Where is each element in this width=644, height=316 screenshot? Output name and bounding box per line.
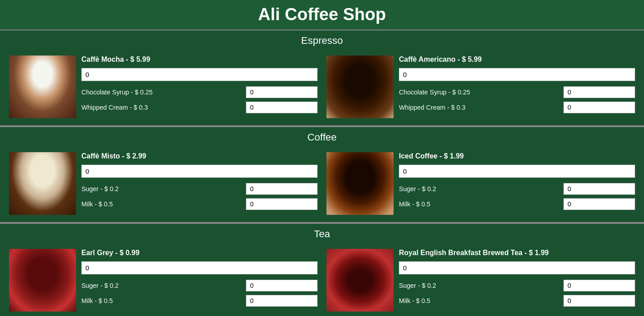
addon-row-caffe-mocha-0: Chocolate Syrup - $ 0.25 <box>81 86 318 98</box>
addon-label-caffe-mocha-0: Chocolate Syrup - $ 0.25 <box>81 89 242 96</box>
qty-input-iced-coffee[interactable] <box>399 165 635 178</box>
category-header-espresso: Espresso <box>0 30 644 50</box>
addon-label-iced-coffee-0: Suger - $ 0.2 <box>399 185 560 192</box>
addon-row-caffe-americano-0: Chocolate Syrup - $ 0.25 <box>399 86 635 98</box>
addon-row-royal-english-0: Suger - $ 0.2 <box>399 280 635 291</box>
item-image-iced-coffee <box>326 152 394 215</box>
category-section-coffee: CoffeeCaffè Misto - $ 2.99Suger - $ 0.2M… <box>0 126 644 223</box>
page-title: Ali Coffee Shop <box>0 0 644 30</box>
addon-label-royal-english-0: Suger - $ 0.2 <box>399 282 560 289</box>
item-card-earl-grey: Earl Grey - $ 0.99Suger - $ 0.2Milk - $ … <box>4 249 322 312</box>
category-section-espresso: EspressoCaffè Mocha - $ 5.99Chocolate Sy… <box>0 30 644 126</box>
item-image-caffe-misto <box>9 152 76 215</box>
addon-row-caffe-misto-0: Suger - $ 0.2 <box>81 183 318 195</box>
item-image-caffe-americano <box>326 56 394 118</box>
item-name-caffe-misto: Caffè Misto - $ 2.99 <box>81 152 318 160</box>
item-details-caffe-mocha: Caffè Mocha - $ 5.99Chocolate Syrup - $ … <box>81 56 318 118</box>
addon-input-earl-grey-1[interactable] <box>246 295 318 307</box>
item-card-caffe-mocha: Caffè Mocha - $ 5.99Chocolate Syrup - $ … <box>4 56 322 118</box>
addon-input-caffe-misto-0[interactable] <box>246 183 318 195</box>
item-details-caffe-americano: Caffè Americano - $ 5.99Chocolate Syrup … <box>399 56 635 118</box>
addon-input-caffe-mocha-1[interactable] <box>246 102 318 113</box>
item-card-iced-coffee: Iced Coffee - $ 1.99Suger - $ 0.2Milk - … <box>322 152 640 215</box>
item-details-earl-grey: Earl Grey - $ 0.99Suger - $ 0.2Milk - $ … <box>81 249 318 312</box>
item-card-royal-english: Royal English Breakfast Brewed Tea - $ 1… <box>322 249 640 312</box>
addon-row-iced-coffee-0: Suger - $ 0.2 <box>399 183 635 195</box>
qty-input-caffe-misto[interactable] <box>81 165 318 178</box>
item-image-royal-english <box>326 249 394 312</box>
qty-input-royal-english[interactable] <box>399 261 635 274</box>
category-header-tea: Tea <box>0 224 644 243</box>
category-header-coffee: Coffee <box>0 127 644 147</box>
addon-label-caffe-americano-0: Chocolate Syrup - $ 0.25 <box>399 89 560 96</box>
addon-label-earl-grey-1: Milk - $ 0.5 <box>81 297 242 304</box>
qty-input-earl-grey[interactable] <box>81 261 318 274</box>
addon-row-earl-grey-0: Suger - $ 0.2 <box>81 280 318 291</box>
addon-input-caffe-americano-1[interactable] <box>564 102 635 113</box>
item-details-iced-coffee: Iced Coffee - $ 1.99Suger - $ 0.2Milk - … <box>399 152 635 215</box>
addon-row-iced-coffee-1: Milk - $ 0.5 <box>399 198 635 210</box>
addon-label-caffe-misto-0: Suger - $ 0.2 <box>81 185 242 192</box>
addon-input-iced-coffee-0[interactable] <box>564 183 635 195</box>
addon-input-royal-english-1[interactable] <box>564 295 635 307</box>
addon-label-royal-english-1: Milk - $ 0.5 <box>399 297 560 304</box>
item-name-caffe-americano: Caffè Americano - $ 5.99 <box>399 56 635 64</box>
addon-row-caffe-misto-1: Milk - $ 0.5 <box>81 198 318 210</box>
category-items-espresso: Caffè Mocha - $ 5.99Chocolate Syrup - $ … <box>0 50 644 125</box>
item-name-iced-coffee: Iced Coffee - $ 1.99 <box>399 152 635 160</box>
addon-label-caffe-mocha-1: Whipped Cream - $ 0.3 <box>81 104 242 111</box>
item-image-caffe-mocha <box>9 56 76 118</box>
addon-row-royal-english-1: Milk - $ 0.5 <box>399 295 635 307</box>
addon-input-earl-grey-0[interactable] <box>246 280 318 291</box>
qty-input-caffe-mocha[interactable] <box>81 68 318 81</box>
addon-input-iced-coffee-1[interactable] <box>564 198 635 210</box>
item-name-earl-grey: Earl Grey - $ 0.99 <box>81 249 318 257</box>
addon-label-caffe-misto-1: Milk - $ 0.5 <box>81 201 242 208</box>
item-details-caffe-misto: Caffè Misto - $ 2.99Suger - $ 0.2Milk - … <box>81 152 318 215</box>
addon-label-iced-coffee-1: Milk - $ 0.5 <box>399 201 560 208</box>
addon-label-caffe-americano-1: Whipped Cream - $ 0.3 <box>399 104 560 111</box>
addon-input-caffe-mocha-0[interactable] <box>246 86 318 98</box>
addon-input-royal-english-0[interactable] <box>564 280 635 291</box>
item-details-royal-english: Royal English Breakfast Brewed Tea - $ 1… <box>399 249 635 312</box>
item-image-earl-grey <box>9 249 76 312</box>
item-card-caffe-americano: Caffè Americano - $ 5.99Chocolate Syrup … <box>322 56 640 118</box>
addon-input-caffe-misto-1[interactable] <box>246 198 318 210</box>
addon-label-earl-grey-0: Suger - $ 0.2 <box>81 282 242 289</box>
category-items-coffee: Caffè Misto - $ 2.99Suger - $ 0.2Milk - … <box>0 147 644 222</box>
item-card-caffe-misto: Caffè Misto - $ 2.99Suger - $ 0.2Milk - … <box>4 152 322 215</box>
category-section-tea: TeaEarl Grey - $ 0.99Suger - $ 0.2Milk -… <box>0 223 644 316</box>
addon-row-earl-grey-1: Milk - $ 0.5 <box>81 295 318 307</box>
item-name-royal-english: Royal English Breakfast Brewed Tea - $ 1… <box>399 249 635 257</box>
addon-input-caffe-americano-0[interactable] <box>564 86 635 98</box>
category-items-tea: Earl Grey - $ 0.99Suger - $ 0.2Milk - $ … <box>0 243 644 316</box>
qty-input-caffe-americano[interactable] <box>399 68 635 81</box>
item-name-caffe-mocha: Caffè Mocha - $ 5.99 <box>81 56 318 64</box>
addon-row-caffe-mocha-1: Whipped Cream - $ 0.3 <box>81 102 318 113</box>
addon-row-caffe-americano-1: Whipped Cream - $ 0.3 <box>399 102 635 113</box>
